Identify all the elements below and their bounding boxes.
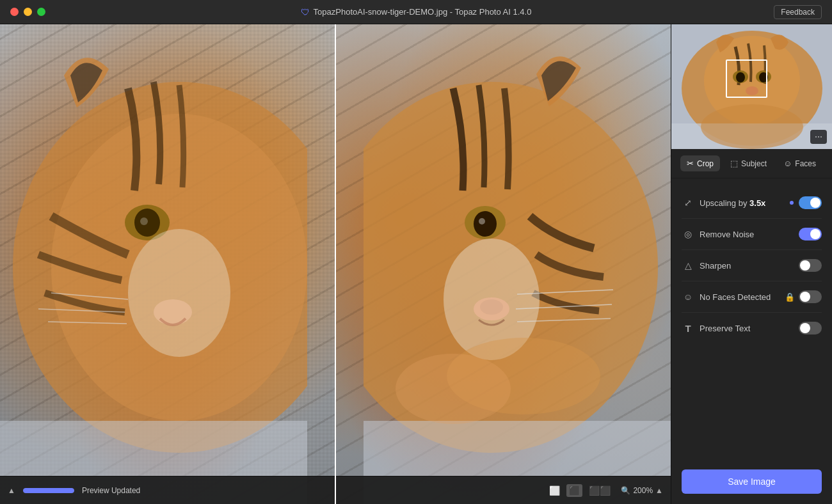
svg-point-14 bbox=[479, 218, 485, 224]
sharpen-toggle[interactable] bbox=[799, 259, 822, 272]
main-content: ▲ Preview Updated ⬜ ⬛ ⬛⬛ 🔍 200% ▲ bbox=[0, 24, 832, 504]
faces-toggle[interactable] bbox=[799, 290, 822, 303]
face-icon: ☺ bbox=[682, 292, 694, 302]
subject-icon: ⬚ bbox=[730, 159, 738, 168]
title-bar: 🛡 TopazPhotoAI-snow-tiger-DEMO.jpg - Top… bbox=[0, 0, 832, 24]
preserve-text-row: T Preserve Text bbox=[682, 313, 822, 343]
image-left-half bbox=[0, 24, 335, 504]
view-dual-icon[interactable]: ⬛⬛ bbox=[586, 484, 613, 497]
window-title: 🛡 TopazPhotoAI-snow-tiger-DEMO.jpg - Top… bbox=[301, 7, 532, 17]
view-single-icon[interactable]: ⬜ bbox=[547, 484, 563, 497]
tab-faces[interactable]: ☺ Faces bbox=[777, 155, 822, 171]
app-icon: 🛡 bbox=[301, 7, 310, 17]
view-icons: ⬜ ⬛ ⬛⬛ bbox=[547, 484, 613, 497]
tab-crop[interactable]: ✂ Crop bbox=[680, 155, 720, 171]
sharpen-row: △ Sharpen bbox=[682, 250, 822, 281]
lock-icon: 🔒 bbox=[785, 292, 795, 302]
noise-icon: ◎ bbox=[682, 229, 694, 239]
arrow-up-icon[interactable]: ▲ bbox=[8, 486, 15, 495]
upscaling-toggle[interactable] bbox=[799, 196, 822, 209]
upscaling-label: Upscaling by 3.5x bbox=[700, 198, 790, 208]
svg-point-33 bbox=[701, 104, 803, 149]
image-area[interactable]: ▲ Preview Updated ⬜ ⬛ ⬛⬛ 🔍 200% ▲ bbox=[0, 24, 671, 504]
svg-point-4 bbox=[140, 217, 148, 225]
preserve-text-label: Preserve Text bbox=[700, 324, 799, 333]
view-split-icon[interactable]: ⬛ bbox=[566, 484, 582, 497]
feedback-button[interactable]: Feedback bbox=[774, 5, 822, 19]
progress-bar bbox=[23, 488, 74, 493]
faces-label: No Faces Detected bbox=[700, 292, 785, 302]
faces-tab-icon: ☺ bbox=[783, 159, 792, 168]
zoom-expand-icon[interactable]: ▲ bbox=[655, 486, 663, 495]
zoom-icon: 🔍 bbox=[621, 486, 630, 495]
sharpen-label: Sharpen bbox=[700, 261, 799, 271]
progress-fill bbox=[23, 488, 74, 493]
close-button[interactable] bbox=[10, 8, 19, 16]
upscaling-row: ⤢ Upscaling by 3.5x bbox=[682, 187, 822, 219]
remove-noise-row: ◎ Remove Noise bbox=[682, 219, 822, 250]
crop-icon: ✂ bbox=[687, 159, 694, 168]
traffic-lights bbox=[10, 8, 45, 16]
faces-row: ☺ No Faces Detected 🔒 bbox=[682, 281, 822, 313]
zoom-level: 200% bbox=[633, 486, 653, 495]
thumbnail-area: ⋯ bbox=[671, 24, 832, 149]
upscale-icon: ⤢ bbox=[682, 198, 694, 208]
maximize-button[interactable] bbox=[37, 8, 45, 16]
svg-point-23 bbox=[396, 354, 511, 424]
minimize-button[interactable] bbox=[24, 8, 32, 16]
preview-status: Preview Updated bbox=[82, 486, 140, 495]
svg-point-6 bbox=[128, 229, 230, 357]
comparison-divider[interactable] bbox=[335, 24, 336, 504]
tiger-canvas bbox=[0, 24, 671, 504]
save-image-button[interactable]: Save Image bbox=[682, 469, 822, 494]
noise-toggle[interactable] bbox=[799, 228, 822, 240]
settings-panel: ⤢ Upscaling by 3.5x ◎ Remove Noise bbox=[671, 178, 832, 462]
tiger-face-svg-left bbox=[0, 24, 307, 504]
tiger-face-svg-right bbox=[364, 24, 671, 504]
text-icon: T bbox=[682, 323, 694, 334]
upscaling-dot bbox=[790, 201, 794, 205]
thumbnail-options-button[interactable]: ⋯ bbox=[810, 130, 827, 144]
image-right-half bbox=[335, 24, 671, 504]
sharpen-icon: △ bbox=[682, 260, 694, 271]
preserve-text-toggle[interactable] bbox=[799, 322, 822, 335]
tab-subject[interactable]: ⬚ Subject bbox=[724, 155, 773, 171]
thumbnail-selection-box[interactable] bbox=[726, 59, 767, 98]
tool-tabs: ✂ Crop ⬚ Subject ☺ Faces bbox=[671, 149, 832, 178]
noise-label: Remove Noise bbox=[700, 230, 799, 239]
zoom-control: 🔍 200% ▲ bbox=[621, 486, 663, 495]
save-button-area: Save Image bbox=[671, 462, 832, 504]
sidebar: ⋯ ✂ Crop ⬚ Subject ☺ Faces ⤢ Upscali bbox=[671, 24, 832, 504]
svg-point-13 bbox=[474, 211, 497, 237]
